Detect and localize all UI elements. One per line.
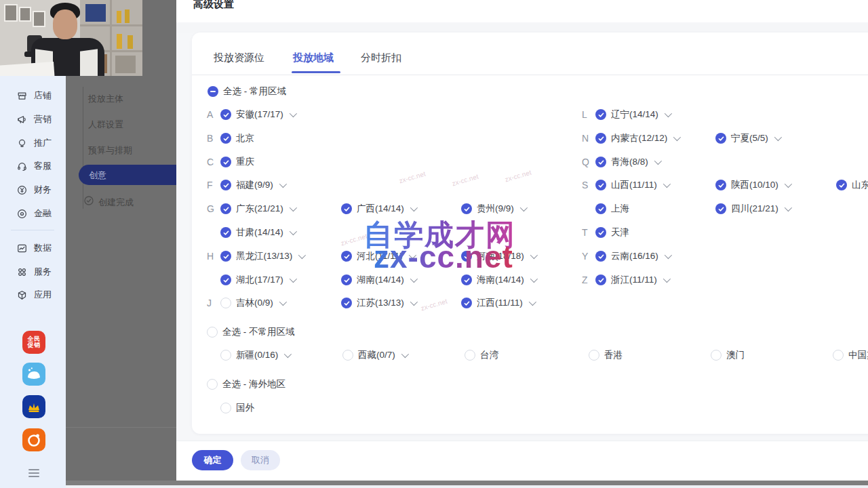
chevron-down-icon[interactable] bbox=[665, 251, 672, 259]
region-item[interactable]: 中国其他 bbox=[833, 349, 868, 361]
checkbox-checked[interactable] bbox=[220, 227, 231, 238]
chevron-down-icon[interactable] bbox=[665, 110, 672, 117]
cancel-button[interactable]: 取消 bbox=[241, 450, 280, 470]
region-item[interactable]: 北京 bbox=[220, 132, 254, 144]
chevron-down-icon[interactable] bbox=[520, 204, 528, 211]
chevron-down-icon[interactable] bbox=[673, 134, 681, 141]
region-item[interactable]: 湖南(14/14) bbox=[341, 274, 416, 286]
region-item[interactable]: 江苏(13/13) bbox=[341, 297, 416, 309]
region-item[interactable]: 云南(16/16) bbox=[595, 250, 670, 262]
region-item[interactable]: 辽宁(14/14) bbox=[595, 108, 670, 121]
sidebar-item-2[interactable]: 营销 bbox=[16, 113, 52, 125]
whale-app[interactable] bbox=[22, 363, 45, 386]
region-item[interactable]: 海南(14/14) bbox=[461, 274, 536, 286]
select-all-common-regions[interactable]: 全选 - 常用区域 bbox=[208, 85, 286, 98]
region-item[interactable]: 内蒙古(12/12) bbox=[595, 132, 679, 144]
region-item[interactable]: 四川(21/21) bbox=[715, 203, 790, 215]
chevron-down-icon[interactable] bbox=[410, 204, 418, 211]
chevron-down-icon[interactable] bbox=[785, 180, 792, 188]
checkbox-unchecked[interactable] bbox=[342, 350, 353, 361]
checkbox-unchecked[interactable] bbox=[711, 350, 722, 361]
region-item[interactable]: 湖北(17/17) bbox=[220, 274, 295, 286]
checkbox-unchecked[interactable] bbox=[589, 350, 599, 361]
checkbox-checked[interactable] bbox=[220, 251, 231, 262]
chevron-down-icon[interactable] bbox=[663, 275, 671, 283]
chevron-down-icon[interactable] bbox=[279, 298, 287, 306]
checkbox-checked[interactable] bbox=[220, 157, 231, 167]
confirm-button[interactable]: 确定 bbox=[192, 450, 233, 470]
checkbox-checked[interactable] bbox=[461, 203, 472, 214]
checkbox-checked[interactable] bbox=[595, 157, 606, 167]
chevron-down-icon[interactable] bbox=[774, 134, 782, 141]
checkbox-checked[interactable] bbox=[341, 203, 352, 214]
checkbox-checked[interactable] bbox=[341, 251, 352, 262]
chevron-down-icon[interactable] bbox=[654, 157, 662, 165]
checkbox-unchecked[interactable] bbox=[207, 327, 218, 338]
sidebar-item-7[interactable]: 数据 bbox=[16, 242, 52, 254]
checkbox-unchecked[interactable] bbox=[465, 350, 475, 361]
checkbox-checked[interactable] bbox=[595, 274, 606, 285]
region-item[interactable]: 青海(8/8) bbox=[595, 156, 660, 168]
chevron-down-icon[interactable] bbox=[401, 350, 409, 358]
sidebar-item-4[interactable]: 客服 bbox=[16, 160, 52, 172]
checkbox-unchecked[interactable] bbox=[833, 350, 844, 361]
chevron-down-icon[interactable] bbox=[290, 204, 297, 211]
checkbox-checked[interactable] bbox=[461, 298, 472, 308]
region-item[interactable]: 西藏(0/7) bbox=[342, 349, 407, 361]
checkbox-unchecked[interactable] bbox=[207, 379, 218, 390]
checkbox-unchecked[interactable] bbox=[220, 403, 231, 413]
chevron-down-icon[interactable] bbox=[663, 180, 671, 188]
region-item[interactable]: 黑龙江(13/13) bbox=[220, 250, 304, 262]
region-item[interactable]: 新疆(0/16) bbox=[220, 349, 290, 361]
chevron-down-icon[interactable] bbox=[530, 275, 538, 283]
region-item[interactable]: 山东(17/17) bbox=[836, 179, 868, 191]
region-item[interactable]: 台湾 bbox=[465, 349, 498, 361]
checkbox-checked[interactable] bbox=[715, 180, 726, 190]
region-item[interactable]: 广东(21/21) bbox=[220, 203, 295, 215]
chevron-down-icon[interactable] bbox=[290, 110, 297, 117]
sidebar-item-9[interactable]: 应用 bbox=[16, 289, 52, 301]
region-item[interactable]: 贵州(9/9) bbox=[461, 203, 526, 215]
checkbox-checked[interactable] bbox=[595, 133, 606, 144]
checkbox-checked[interactable] bbox=[220, 180, 231, 190]
chevron-down-icon[interactable] bbox=[410, 298, 418, 306]
checkbox-checked[interactable] bbox=[220, 203, 231, 214]
checkbox-checked[interactable] bbox=[715, 133, 726, 144]
chevron-down-icon[interactable] bbox=[298, 251, 306, 259]
chevron-down-icon[interactable] bbox=[410, 275, 418, 283]
region-item[interactable]: 澳门 bbox=[711, 349, 745, 361]
checkbox-checked[interactable] bbox=[595, 203, 606, 214]
region-item[interactable]: 甘肃(14/14) bbox=[220, 226, 295, 239]
region-item[interactable]: 上海 bbox=[595, 203, 629, 215]
checkbox-indeterminate[interactable] bbox=[208, 86, 218, 97]
checkbox-checked[interactable] bbox=[595, 180, 606, 190]
select-all-overseas-regions[interactable]: 全选 - 海外地区 bbox=[207, 378, 285, 390]
sidebar-item-3[interactable]: 推广 bbox=[16, 137, 52, 149]
checkbox-unchecked[interactable] bbox=[220, 350, 231, 361]
checkbox-checked[interactable] bbox=[461, 274, 472, 285]
chevron-down-icon[interactable] bbox=[290, 275, 297, 283]
chevron-down-icon[interactable] bbox=[530, 251, 538, 259]
checkbox-checked[interactable] bbox=[715, 203, 726, 214]
checkbox-checked[interactable] bbox=[836, 180, 847, 190]
region-item[interactable]: 吉林(0/9) bbox=[220, 297, 285, 309]
chevron-down-icon[interactable] bbox=[785, 204, 792, 211]
region-item[interactable]: 浙江(11/11) bbox=[595, 274, 669, 286]
checkbox-checked[interactable] bbox=[341, 274, 352, 285]
chevron-down-icon[interactable] bbox=[290, 228, 297, 235]
collapse-menu-button[interactable] bbox=[28, 467, 39, 479]
region-item[interactable]: 天津 bbox=[595, 226, 629, 239]
sidebar-item-5[interactable]: 财务 bbox=[16, 184, 52, 196]
chevron-down-icon[interactable] bbox=[529, 298, 536, 306]
region-item[interactable]: 广西(14/14) bbox=[341, 203, 416, 215]
region-item[interactable]: 香港 bbox=[589, 349, 623, 361]
checkbox-checked[interactable] bbox=[341, 298, 352, 308]
region-item[interactable]: 安徽(17/17) bbox=[220, 108, 295, 121]
region-item[interactable]: 宁夏(5/5) bbox=[715, 132, 780, 144]
sidebar-item-8[interactable]: 服务 bbox=[16, 266, 52, 278]
region-item[interactable]: 重庆 bbox=[220, 156, 254, 168]
quanmin-cuxiao-app[interactable]: 全民促销 bbox=[22, 331, 45, 354]
checkbox-unchecked[interactable] bbox=[220, 298, 231, 308]
chevron-down-icon[interactable] bbox=[284, 350, 292, 358]
region-item[interactable]: 江西(11/11) bbox=[461, 297, 534, 309]
